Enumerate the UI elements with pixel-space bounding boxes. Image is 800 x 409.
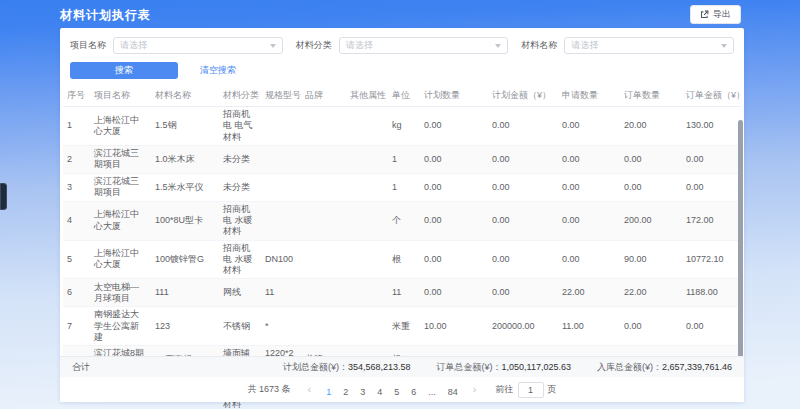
table-row[interactable]: 3滨江花城三期项目1.5米水平仪未分类10.000.000.000.000.00 <box>63 173 741 201</box>
table-cell: 100*8U型卡 <box>151 201 219 240</box>
total-value: 354,568,213.58 <box>348 362 411 372</box>
page-button-5[interactable]: 5 <box>388 385 405 399</box>
filter-group-2: 材料分类请选择 <box>296 37 509 54</box>
table-cell: 招商机电 电气材料 <box>219 107 261 146</box>
filter-group-1: 项目名称请选择 <box>70 37 283 54</box>
table-cell: 1 <box>63 107 90 146</box>
table-cell: 0.00 <box>682 145 741 173</box>
column-header: 材料名称 <box>151 85 219 107</box>
table-cell: 0.00 <box>558 107 620 146</box>
table-cell: 200.00 <box>620 201 682 240</box>
filter-select[interactable]: 请选择 <box>113 37 283 54</box>
table-row[interactable]: 2滨江花城三期项目1.0米木床未分类10.000.000.000.000.00 <box>63 145 741 173</box>
table-cell: 根 <box>388 240 420 279</box>
search-button[interactable]: 搜索 <box>70 62 178 79</box>
page-title: 材料计划执行表 <box>60 7 151 24</box>
table-row[interactable]: 7南钢盛达大学生公寓新建123不锈钢*米重10.00200000.0011.00… <box>63 307 741 346</box>
vertical-scrollbar[interactable] <box>738 120 743 358</box>
table-cell <box>346 201 388 240</box>
next-page-button[interactable]: › <box>469 384 481 395</box>
table-cell: 0.00 <box>420 279 488 307</box>
export-button[interactable]: 导出 <box>690 5 741 24</box>
total-label: 订单总金额(¥)： <box>437 362 502 372</box>
table-cell: 0.00 <box>558 240 620 279</box>
table-cell: 4 <box>63 201 90 240</box>
table-cell: 0.00 <box>420 173 488 201</box>
table-cell: 0.00 <box>558 173 620 201</box>
summary-total-label: 合计 <box>72 361 90 374</box>
table-cell: 22.00 <box>620 279 682 307</box>
table-cell: 上海松江中心大厦 <box>90 107 151 146</box>
clear-search-link[interactable]: 清空搜索 <box>200 64 236 77</box>
table-cell: 0.00 <box>558 145 620 173</box>
page-button-2[interactable]: 2 <box>337 385 354 399</box>
goto-prefix-label: 前往 <box>496 383 514 396</box>
pagination: 共 1673 条 ‹ 123456...84 › 前往 页 <box>60 377 744 402</box>
table-cell: 3 <box>63 173 90 201</box>
column-header: 计划数量 <box>420 85 488 107</box>
total-label: 入库总金额(¥)： <box>597 362 662 372</box>
table-cell: 不锈钢 <box>219 307 261 346</box>
column-header: 材料分类 <box>219 85 261 107</box>
chevron-down-icon <box>721 44 727 48</box>
table-cell: 11.00 <box>558 307 620 346</box>
summary-total-item: 订单总金额(¥)：1,050,117,025.63 <box>437 361 571 374</box>
table-cell: 0.00 <box>420 145 488 173</box>
table-cell: 90.00 <box>620 240 682 279</box>
total-value: 1,050,117,025.63 <box>502 362 571 372</box>
table-cell: 南钢盛达大学生公寓新建 <box>90 307 151 346</box>
topbar: 材料计划执行表 导出 <box>0 0 800 28</box>
page-button-84[interactable]: 84 <box>442 385 464 399</box>
table-cell <box>261 173 301 201</box>
summary-row: 合计 计划总金额(¥)：354,568,213.58订单总金额(¥)：1,050… <box>60 356 744 377</box>
table-cell: 111 <box>151 279 219 307</box>
page-button-3[interactable]: 3 <box>354 385 371 399</box>
table-cell: 上海松江中心大厦 <box>90 201 151 240</box>
table-row[interactable]: 5上海松江中心大厦100镀锌管G招商机电 水暖材料DN100根0.000.000… <box>63 240 741 279</box>
table-cell: 米重 <box>388 307 420 346</box>
column-header: 品牌 <box>301 85 346 107</box>
table-cell: 5 <box>63 240 90 279</box>
table-cell: 未分类 <box>219 173 261 201</box>
table-cell: 11 <box>261 279 301 307</box>
page-button-4[interactable]: 4 <box>371 385 388 399</box>
table-cell <box>346 307 388 346</box>
table-cell <box>261 145 301 173</box>
table-cell: 0.00 <box>420 240 488 279</box>
filter-label: 项目名称 <box>70 39 106 52</box>
filter-select[interactable]: 请选择 <box>564 37 734 54</box>
filter-select[interactable]: 请选择 <box>339 37 509 54</box>
table-cell: 1.5钢 <box>151 107 219 146</box>
goto-page: 前往 页 <box>496 382 557 398</box>
table-cell: 172.00 <box>682 201 741 240</box>
table-cell: 1.0米木床 <box>151 145 219 173</box>
table-cell: 未分类 <box>219 145 261 173</box>
page-button-6[interactable]: 6 <box>405 385 422 399</box>
prev-page-button[interactable]: ‹ <box>304 384 316 395</box>
content-card: 项目名称请选择材料分类请选择材料名称请选择 搜索 清空搜索 序号项目名称材料名称… <box>60 28 744 402</box>
table-row[interactable]: 4上海松江中心大厦100*8U型卡招商机电 水暖材料个0.000.000.002… <box>63 201 741 240</box>
summary-totals: 计划总金额(¥)：354,568,213.58订单总金额(¥)：1,050,11… <box>283 361 732 374</box>
table-cell: 1.5米水平仪 <box>151 173 219 201</box>
filter-label: 材料分类 <box>296 39 332 52</box>
sidebar-collapse-handle[interactable] <box>0 183 7 210</box>
table-cell <box>261 107 301 146</box>
page-button-1[interactable]: 1 <box>320 385 337 399</box>
table-cell: 1 <box>388 173 420 201</box>
table-row[interactable]: 1上海松江中心大厦1.5钢招商机电 电气材料kg0.000.000.0020.0… <box>63 107 741 146</box>
filter-group-3: 材料名称请选择 <box>521 37 734 54</box>
table-cell: 0.00 <box>620 307 682 346</box>
table-cell <box>301 107 346 146</box>
chevron-down-icon <box>270 44 276 48</box>
actions-row: 搜索 清空搜索 <box>60 54 744 79</box>
table-row[interactable]: 6太空电梯—月球项目111网线11110.000.0022.0022.00118… <box>63 279 741 307</box>
chevron-down-icon <box>495 44 501 48</box>
table-header-row: 序号项目名称材料名称材料分类规格型号品牌其他属性单位计划数量计划金额（¥）申请数… <box>63 85 741 107</box>
table-cell: 1 <box>388 145 420 173</box>
column-header: 其他属性 <box>346 85 388 107</box>
table-cell: 招商机电 水暖材料 <box>219 240 261 279</box>
goto-page-input[interactable] <box>518 382 544 398</box>
total-value: 2,657,339,761.46 <box>662 362 732 372</box>
pagination-total-count: 共 1673 条 <box>248 383 291 396</box>
ellipsis-pages-button[interactable]: ... <box>422 385 442 399</box>
